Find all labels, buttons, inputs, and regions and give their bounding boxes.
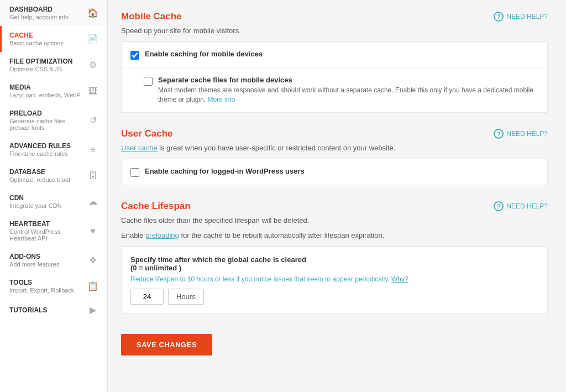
separate-cache-desc: Most modern themes are responsive and sh… [158, 86, 538, 104]
mobile-cache-need-help[interactable]: ? NEED HELP? [494, 12, 548, 22]
sidebar-icon-file-optimization: ⚙ [86, 60, 99, 70]
sidebar-item-title-tutorials: TUTORIALS [9, 306, 83, 314]
mobile-cache-section: Mobile Cache ? NEED HELP? Speed up your … [121, 11, 548, 113]
lifespan-box-title: Specify time after which the global cach… [130, 255, 538, 272]
sidebar-item-file-optimization[interactable]: FILE OPTIMIZATION Optimize CSS & JS ⚙ [0, 52, 107, 78]
enable-logged-in-checkbox[interactable] [130, 168, 139, 177]
preload-link[interactable]: preloading [145, 231, 179, 239]
separate-cache-label[interactable]: Separate cache files for mobile devices [158, 76, 292, 84]
sidebar-item-title-advanced-rules: ADVANCED RULES [9, 142, 83, 150]
sidebar-item-heartbeat[interactable]: HEARTBEAT Control WordPress Heartbeat AP… [0, 215, 107, 247]
sidebar-item-sub-advanced-rules: Fine-tune cache rules [9, 150, 83, 157]
user-cache-need-help-label: NEED HELP? [506, 130, 548, 138]
sidebar-item-sub-media: LazyLoad, embeds, WebP [9, 92, 83, 98]
sidebar-icon-preload: ↺ [86, 115, 99, 126]
sidebar-item-sub-file-optimization: Optimize CSS & JS [9, 66, 83, 72]
sidebar-item-sub-tools: Import, Export, Rollback [9, 287, 83, 294]
sidebar-item-title-cache: CACHE [9, 32, 83, 39]
cache-lifespan-desc1: Cache files older than the specified lif… [121, 216, 548, 224]
sidebar-item-title-tools: TOOLS [9, 279, 83, 286]
cache-lifespan-need-help[interactable]: ? NEED HELP? [494, 201, 548, 211]
separate-cache-row: Separate cache files for mobile devices … [122, 68, 547, 112]
user-cache-need-help[interactable]: ? NEED HELP? [494, 129, 548, 139]
separate-cache-checkbox[interactable] [144, 77, 153, 86]
sidebar-item-media[interactable]: MEDIA LazyLoad, embeds, WebP 🖼 [0, 78, 107, 104]
why-link[interactable]: Why? [391, 275, 408, 283]
more-info-link[interactable]: More info [207, 96, 235, 103]
mobile-cache-desc: Speed up your site for mobile visitors. [121, 27, 548, 35]
sidebar-item-cache[interactable]: CACHE Basic cache options 📄 [0, 26, 107, 52]
sidebar-item-title-media: MEDIA [9, 83, 83, 91]
sidebar: DASHBOARD Get help, account info 🏠 CACHE… [0, 0, 108, 392]
sidebar-item-sub-dashboard: Get help, account info [9, 14, 83, 20]
sidebar-item-title-database: DATABASE [9, 168, 83, 176]
user-cache-section: User Cache ? NEED HELP? User cache is gr… [121, 128, 548, 185]
sidebar-item-title-cdn: CDN [9, 194, 83, 202]
sidebar-icon-tools: 📋 [86, 281, 99, 291]
cache-lifespan-title: Cache Lifespan [121, 201, 191, 212]
sidebar-item-title-dashboard: DASHBOARD [9, 6, 83, 13]
sidebar-item-title-file-optimization: FILE OPTIMIZATION [9, 58, 83, 65]
sidebar-item-tutorials[interactable]: TUTORIALS ▶ [0, 299, 107, 321]
sidebar-icon-cdn: ☁ [86, 196, 99, 207]
mobile-cache-card: Enable caching for mobile devices Separa… [121, 41, 548, 113]
sidebar-icon-add-ons: ❖ [86, 255, 99, 265]
user-cache-card: Enable caching for logged-in WordPress u… [121, 159, 548, 185]
enable-logged-in-row: Enable caching for logged-in WordPress u… [122, 159, 547, 185]
sidebar-item-sub-cache: Basic cache options [9, 40, 83, 46]
lifespan-hours-input[interactable] [130, 289, 164, 305]
sidebar-item-sub-cdn: Integrate your CDN [9, 202, 83, 209]
sidebar-item-title-heartbeat: HEARTBEAT [9, 220, 83, 228]
save-changes-button[interactable]: SAVE CHANGES [121, 334, 212, 356]
sidebar-item-add-ons[interactable]: ADD-ONS Add more features ❖ [0, 247, 107, 273]
sidebar-item-advanced-rules[interactable]: ADVANCED RULES Fine-tune cache rules ≡ [0, 137, 107, 163]
sidebar-item-sub-database: Optimize, reduce bloat [9, 176, 83, 183]
sidebar-icon-tutorials: ▶ [86, 305, 99, 315]
lifespan-warning: Reduce lifespan to 10 hours or less if y… [130, 275, 538, 283]
lifespan-box-sub: (0 = unlimited ) [130, 264, 181, 272]
sidebar-item-title-add-ons: ADD-ONS [9, 253, 83, 260]
sidebar-item-tools[interactable]: TOOLS Import, Export, Rollback 📋 [0, 273, 107, 299]
need-help-icon-2: ? [494, 129, 504, 139]
cache-lifespan-need-help-label: NEED HELP? [506, 202, 548, 210]
sidebar-item-sub-heartbeat: Control WordPress Heartbeat API [9, 228, 83, 242]
sidebar-icon-database: 🗄 [86, 171, 99, 181]
sidebar-item-dashboard[interactable]: DASHBOARD Get help, account info 🏠 [0, 0, 107, 26]
mobile-cache-title: Mobile Cache [121, 11, 182, 22]
mobile-cache-need-help-label: NEED HELP? [506, 13, 548, 20]
main-content: Mobile Cache ? NEED HELP? Speed up your … [108, 0, 566, 392]
cache-lifespan-section: Cache Lifespan ? NEED HELP? Cache files … [121, 201, 548, 314]
cache-lifespan-desc2: Enable preloading for the cache to be re… [121, 231, 548, 239]
sidebar-icon-media: 🖼 [86, 86, 99, 96]
sidebar-item-preload[interactable]: PRELOAD Generate cache files, preload fo… [0, 104, 107, 137]
enable-mobile-label[interactable]: Enable caching for mobile devices [145, 50, 263, 58]
sidebar-item-sub-add-ons: Add more features [9, 261, 83, 268]
need-help-icon: ? [494, 12, 504, 22]
user-cache-title: User Cache [121, 128, 173, 139]
sidebar-icon-cache: 📄 [86, 34, 99, 44]
enable-mobile-row: Enable caching for mobile devices [122, 42, 547, 68]
sidebar-icon-advanced-rules: ≡ [86, 145, 99, 155]
sidebar-item-cdn[interactable]: CDN Integrate your CDN ☁ [0, 189, 107, 215]
enable-logged-in-label[interactable]: Enable caching for logged-in WordPress u… [145, 167, 305, 175]
lifespan-box: Specify time after which the global cach… [121, 246, 548, 314]
sidebar-item-database[interactable]: DATABASE Optimize, reduce bloat 🗄 [0, 163, 107, 189]
sidebar-item-sub-preload: Generate cache files, preload fonts [9, 118, 83, 131]
user-cache-link[interactable]: User cache [121, 144, 158, 152]
sidebar-item-title-preload: PRELOAD [9, 109, 83, 117]
lifespan-unit-label: Hours [168, 289, 204, 305]
sidebar-icon-dashboard: 🏠 [86, 8, 99, 18]
sidebar-icon-heartbeat: ♥ [86, 226, 99, 236]
need-help-icon-3: ? [494, 201, 504, 211]
user-cache-desc: User cache is great when you have user-s… [121, 144, 548, 152]
enable-mobile-checkbox[interactable] [130, 51, 139, 60]
